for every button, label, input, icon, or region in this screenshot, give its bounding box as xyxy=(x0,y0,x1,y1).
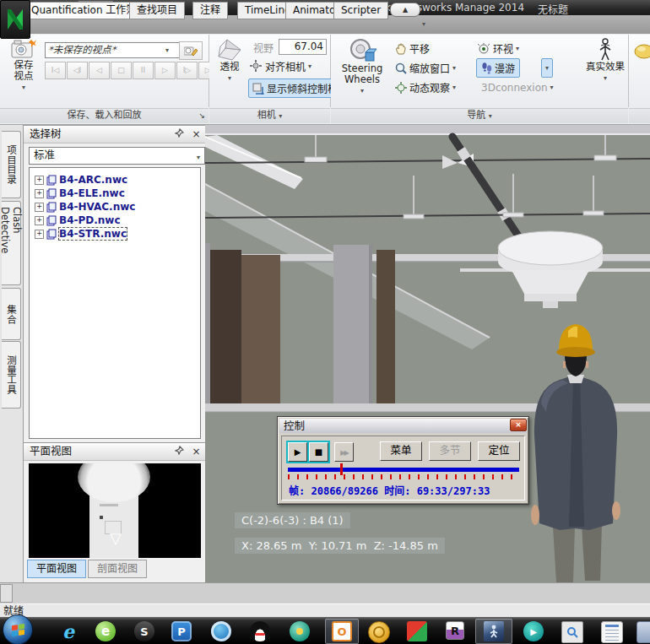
orbit-button[interactable]: 动态观察 ▾ xyxy=(395,78,456,96)
anim-slider-marker[interactable] xyxy=(340,463,343,475)
taskbar-player-icon[interactable]: ▶ xyxy=(523,621,544,641)
3dconnexion-button[interactable]: 3Dconnexion ▾ xyxy=(481,78,554,96)
tab-find-items[interactable]: 查找项目 xyxy=(129,2,185,19)
taskbar-calculator-icon[interactable] xyxy=(636,621,650,643)
dock-tab-clash-detective[interactable]: Clash Detective xyxy=(2,201,21,285)
tree-row[interactable]: + B4-ARC.nwc xyxy=(30,173,200,187)
viewpoint-combo-caret[interactable]: ▾ xyxy=(165,46,169,54)
taskbar-sogou-icon[interactable]: S xyxy=(134,621,154,641)
pin-icon xyxy=(175,446,184,455)
selection-tree-pin-button[interactable] xyxy=(175,128,187,141)
viewport-3d[interactable]: C(-2)-6(-3) : B4 (1) X: 28.65 m Y: 10.71… xyxy=(205,125,650,582)
playback-pause-button[interactable]: II xyxy=(133,62,154,79)
tree-row[interactable]: + B4-HVAC.nwc xyxy=(30,200,200,214)
dock-tab-measure-tools[interactable]: 测量工具 xyxy=(2,341,21,409)
expand-icon[interactable]: + xyxy=(35,216,44,225)
playback-stepback-button[interactable]: ◁I xyxy=(67,62,88,79)
walk-button[interactable]: 漫游 xyxy=(476,58,520,78)
expand-icon[interactable]: + xyxy=(35,203,44,212)
taskbar-360browser-icon[interactable]: e xyxy=(95,621,116,641)
save-viewpoint-caret: ▾ xyxy=(22,82,25,93)
tab-comments[interactable]: 注释 xyxy=(192,2,228,19)
tab-quantification[interactable]: Quantification 工作簿 xyxy=(24,2,144,19)
control-dialog-close-button[interactable]: × xyxy=(510,419,527,431)
tree-item-label: B4-PD.nwc xyxy=(59,214,121,226)
taskbar-driver-icon[interactable] xyxy=(290,621,310,641)
realism-button[interactable]: 真实效果 ▾ xyxy=(584,38,626,84)
align-camera-button[interactable]: 对齐相机 ▾ xyxy=(250,57,311,75)
steering-wheels-button[interactable]: Steering Wheels ▾ xyxy=(336,38,388,96)
show-tilt-bar-button[interactable]: 显示倾斜控制栏 xyxy=(248,78,342,98)
anim-play-button[interactable]: ▶ xyxy=(288,442,307,462)
perspective-label: 透视 xyxy=(220,62,240,73)
tab-section-view[interactable]: 剖面视图 xyxy=(88,560,147,578)
model-file-icon xyxy=(46,229,57,240)
tree-row[interactable]: + B4-ELE.nwc xyxy=(30,187,200,200)
anim-menu-button[interactable]: 菜单 xyxy=(380,441,422,461)
taskbar-media-icon[interactable] xyxy=(407,621,427,641)
taskbar-pps-icon[interactable]: P xyxy=(171,621,192,641)
walk-caret-button[interactable]: ▾ xyxy=(541,58,553,78)
plan-view-close-button[interactable]: × xyxy=(190,446,203,458)
taskbar-qqplayer-icon[interactable] xyxy=(211,621,231,641)
dock-tab-project-catalog[interactable]: 项目目录 xyxy=(2,131,21,198)
tree-scheme-caret: ▾ xyxy=(197,150,200,165)
dock-tab-sets[interactable]: 集合 xyxy=(2,288,21,340)
ribbon-options-caret[interactable]: ▾ xyxy=(422,20,425,28)
look-around-button[interactable]: 环视 ▾ xyxy=(478,40,519,57)
person-icon xyxy=(599,38,612,62)
anim-slider-track[interactable] xyxy=(288,468,519,472)
selection-tree-close-button[interactable]: × xyxy=(190,128,203,141)
taskbar-r-app-icon[interactable]: R xyxy=(446,621,464,640)
taskbar-qq-icon[interactable] xyxy=(250,621,270,641)
control-dialog-titlebar[interactable]: 控制 xyxy=(279,419,527,433)
zoom-icon xyxy=(395,62,407,74)
expand-icon[interactable]: + xyxy=(35,230,44,239)
edit-viewpoint-button[interactable] xyxy=(179,41,203,60)
taskbar-search-tool-icon[interactable] xyxy=(561,621,583,643)
fov-field[interactable]: 67.04 xyxy=(279,39,327,55)
anim-locate-button[interactable]: 定位 xyxy=(478,441,520,461)
expand-icon[interactable]: + xyxy=(35,176,44,185)
close-icon: × xyxy=(192,128,200,140)
minimize-ribbon-button[interactable]: ▲ xyxy=(390,3,420,17)
plan-view-canvas[interactable]: ▽ xyxy=(29,463,201,558)
selection-tree-title: 选择树 xyxy=(30,127,62,140)
perspective-button[interactable]: 透视 ▾ xyxy=(213,38,246,84)
tab-plan-view[interactable]: 平面视图 xyxy=(27,560,86,578)
group-footer-navigate[interactable]: 导航 ▾ xyxy=(331,108,628,123)
tree-row[interactable]: + B4-PD.nwc xyxy=(30,214,200,227)
group-footer-save[interactable]: 保存、载入和回放 ↘ xyxy=(0,108,209,123)
viewpoint-marker-icon: ▽ xyxy=(110,531,122,546)
playback-stepfwd-button[interactable]: I▷ xyxy=(176,62,198,79)
group-footer-camera[interactable]: 相机 ▾ xyxy=(209,108,330,123)
playback-play-button[interactable]: ▷ xyxy=(154,62,176,79)
taskbar-notepad-icon[interactable] xyxy=(601,621,623,643)
anim-multi-button[interactable]: 多节 xyxy=(429,441,471,461)
taskbar-ie-icon[interactable]: e xyxy=(58,621,79,641)
zoom-window-button[interactable]: 缩放窗口 ▾ xyxy=(395,59,456,77)
tree-row-selected[interactable]: + B4-STR.nwc xyxy=(30,227,200,241)
steering-wheels-caret: ▾ xyxy=(360,85,364,96)
taskbar-medal-icon[interactable] xyxy=(368,621,390,643)
start-button[interactable] xyxy=(3,614,33,644)
align-camera-label: 对齐相机 xyxy=(265,59,306,73)
group-navigate-title: 导航 xyxy=(467,110,485,121)
playback-stop-button[interactable]: □ xyxy=(111,62,132,79)
plan-view-pin-button[interactable] xyxy=(175,446,187,458)
save-viewpoint-button[interactable]: 保存视点 ▾ xyxy=(5,38,42,93)
playback-rewind-button[interactable]: I◁ xyxy=(45,62,66,79)
navisworks-window: ▾ ↶ ↷ ⟳ ▾ Autodesk Navisworks Manage 201… xyxy=(0,0,650,644)
taskbar-navisworks-icon[interactable] xyxy=(484,621,504,641)
anim-ff-button[interactable]: ▶▶ xyxy=(334,442,354,462)
taskbar-outlook-icon[interactable]: O xyxy=(332,621,352,641)
playback-reverse-button[interactable]: ◁ xyxy=(89,62,110,79)
pan-button[interactable]: 平移 xyxy=(395,40,430,57)
viewpoint-combo[interactable]: *未保存的视点* xyxy=(45,42,180,58)
anim-stop-button[interactable]: ■ xyxy=(309,442,328,462)
expand-icon[interactable]: + xyxy=(35,189,44,198)
tree-scheme-combo[interactable]: 标准 ▾ xyxy=(29,147,205,165)
tab-scripter[interactable]: Scripter xyxy=(333,2,388,19)
app-logo-button[interactable] xyxy=(0,0,30,39)
dialog-launcher-icon[interactable]: ↘ xyxy=(198,109,205,122)
